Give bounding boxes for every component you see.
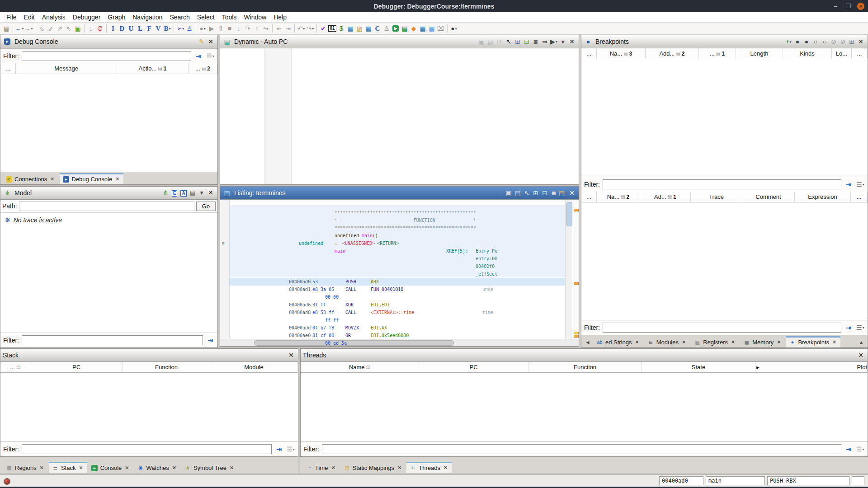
tab-close-icon[interactable]: ✕ xyxy=(79,465,83,471)
mark-b-icon[interactable]: B▾ xyxy=(163,24,172,33)
listing-header[interactable]: ▤ Listing: termmines ▣▤↖⊞⊟◙▤▾✕ xyxy=(220,187,579,200)
column-header-function[interactable]: Function xyxy=(528,362,642,372)
debug-launch-icon[interactable]: ➣▾ xyxy=(176,24,185,33)
filter-settings-icon[interactable]: ☰▾ xyxy=(856,323,865,332)
menu-search[interactable]: Search xyxy=(166,12,193,22)
tab-connections[interactable]: ✔Connections✕ xyxy=(2,173,59,184)
snapshot-table-icon[interactable]: ⊞ xyxy=(531,188,540,197)
disable-all-breakpoints-icon[interactable]: ○ xyxy=(820,37,829,46)
capture-icon[interactable]: ◙ xyxy=(549,188,558,197)
disable-breakpoint-icon[interactable]: ○ xyxy=(811,37,820,46)
console-c-icon[interactable]: C xyxy=(373,24,382,33)
column-header-function[interactable]: Function xyxy=(123,362,210,372)
paste-icon[interactable]: ▤ xyxy=(513,188,522,197)
pull-down-icon[interactable]: ↓ xyxy=(86,24,95,33)
interrupt-icon[interactable]: Ⅱ xyxy=(216,24,225,33)
person-icon[interactable]: ♙ xyxy=(382,24,391,33)
table-icon-3[interactable]: ▦ xyxy=(418,24,427,33)
model-filter-input[interactable] xyxy=(22,335,203,345)
bookmark-marker[interactable] xyxy=(574,209,579,211)
threads-table-body[interactable] xyxy=(301,373,868,441)
tab-registers[interactable]: ▥Registers✕ xyxy=(691,336,739,347)
column-header-lo[interactable]: Lo... xyxy=(832,48,852,59)
close-icon[interactable]: ✕ xyxy=(287,351,296,360)
tab-close-icon[interactable]: ✕ xyxy=(731,339,735,345)
add-breakpoint-icon[interactable]: +▾ xyxy=(784,37,793,46)
run-script-icon[interactable]: ▶ xyxy=(391,24,400,33)
column-header-na[interactable]: Na...▤2 xyxy=(597,192,640,202)
menu-select[interactable]: Select xyxy=(193,12,218,22)
column-header-ad[interactable]: Ad...▤1 xyxy=(640,192,691,202)
collapse-function-icon[interactable]: ⊟ xyxy=(222,241,224,245)
kill-icon[interactable]: ■ xyxy=(225,24,234,33)
listing-vertical-scrollbar[interactable] xyxy=(565,200,572,339)
close-icon[interactable]: ✕ xyxy=(206,37,215,46)
scrollbar-thumb[interactable] xyxy=(566,202,572,226)
dynamic-header[interactable]: ▤ Dynamic - Auto PC ▣▤⟳↖⊞⊟◙⇒▶▾▾✕ xyxy=(220,35,579,48)
mark-i-icon[interactable]: I xyxy=(108,24,118,33)
column-header-pc[interactable]: PC xyxy=(419,362,528,372)
listing-body[interactable]: ⊟ **************************************… xyxy=(220,200,579,346)
back-icon[interactable]: ←▾ xyxy=(15,24,24,33)
close-icon[interactable]: ✕ xyxy=(856,351,865,360)
tab-close-icon[interactable]: ✕ xyxy=(443,465,448,471)
menu-caret-icon[interactable]: ▾ xyxy=(197,188,206,197)
resume-icon[interactable]: ▶ xyxy=(207,24,216,33)
tab-regions[interactable]: ▩Regions✕ xyxy=(3,462,48,473)
nav-in-alt-icon[interactable]: ⇖ xyxy=(64,24,73,33)
column-header-expression[interactable]: Expression xyxy=(795,192,851,202)
column-header-plot[interactable]: ►Plot xyxy=(755,362,868,372)
binary-icon[interactable]: 01 xyxy=(328,24,337,33)
threads-header[interactable]: Threads ✕ xyxy=(301,349,868,362)
tab-overflow-icon[interactable]: ▴ xyxy=(857,338,866,347)
tab-ed-strings[interactable]: abed Strings✕ xyxy=(593,336,643,347)
copy-icon[interactable]: ▣ xyxy=(504,188,513,197)
dynamic-body[interactable] xyxy=(220,48,579,184)
cursor-icon[interactable]: ↖ xyxy=(522,188,531,197)
menu-tools[interactable]: Tools xyxy=(218,12,241,22)
tab-memory[interactable]: ▦Memory✕ xyxy=(740,336,785,347)
menu-debugger[interactable]: Debugger xyxy=(69,12,104,22)
tab-close-icon[interactable]: ✕ xyxy=(50,176,54,182)
tab-static-mappings[interactable]: ▤Static Mappings✕ xyxy=(340,462,406,473)
tab-threads[interactable]: ≋Threads✕ xyxy=(406,462,452,473)
debug-console-filter-input[interactable] xyxy=(22,51,191,61)
clear-console-icon[interactable]: ✎ xyxy=(197,37,206,46)
clear-filter-icon[interactable]: ⇥ xyxy=(206,336,215,345)
bookmark-marker[interactable] xyxy=(574,335,579,338)
menu-graph[interactable]: Graph xyxy=(104,12,129,22)
close-icon[interactable]: ✕ xyxy=(567,188,576,197)
tab-close-icon[interactable]: ✕ xyxy=(172,465,176,471)
tab-close-icon[interactable]: ✕ xyxy=(331,465,335,471)
tab-scroll-left-icon[interactable]: ◂ xyxy=(583,338,592,347)
clear-filter-icon[interactable]: ⇥ xyxy=(844,445,853,454)
auto-read-memory-icon[interactable]: ⊞ xyxy=(513,37,522,46)
archive-icon[interactable]: ▨ xyxy=(355,24,364,33)
tab-breakpoints[interactable]: ●Breakpoints✕ xyxy=(786,336,840,347)
bookmark-marker[interactable] xyxy=(574,282,579,285)
copy-icon[interactable]: ▣ xyxy=(477,37,486,46)
mark-u-icon[interactable]: U xyxy=(127,24,136,33)
breakpoints-header[interactable]: ● Breakpoints +▾●●○○⊘⊘⊞✕ xyxy=(581,35,868,48)
compare-icon[interactable]: ⊟ xyxy=(522,37,531,46)
clear-filter-icon[interactable]: ⇥ xyxy=(844,323,853,332)
close-icon[interactable]: ✕ xyxy=(856,37,865,46)
filter-settings-icon[interactable]: ☰▾ xyxy=(206,52,215,61)
model-header[interactable]: ⋔ Model ⋔EA▤▾✕ xyxy=(0,187,217,200)
table-icon-2[interactable]: ▦ xyxy=(364,24,373,33)
filter-settings-icon[interactable]: ☰▾ xyxy=(286,445,295,454)
show-elements-icon[interactable]: E xyxy=(170,189,179,198)
breakpoint-locations-filter-input[interactable] xyxy=(603,323,841,333)
clear-filter-icon[interactable]: ⇥ xyxy=(844,180,853,189)
enable-breakpoint-icon[interactable]: ● xyxy=(793,37,802,46)
capture-snapshot-icon[interactable]: ◙ xyxy=(531,37,540,46)
clear-filter-icon[interactable]: ⇥ xyxy=(194,52,203,61)
diamond-icon[interactable]: ◆ xyxy=(409,24,418,33)
maximize-button[interactable]: ❒ xyxy=(844,3,852,9)
format-icon[interactable]: ▤▾ xyxy=(558,188,567,197)
track-location-icon[interactable]: ▶▾ xyxy=(549,37,558,46)
debug-console-body[interactable] xyxy=(0,74,217,172)
goto-symbol-icon[interactable]: ▣ xyxy=(73,24,82,33)
column-header-name[interactable]: Name▤ xyxy=(301,362,419,372)
validate-icon[interactable]: ✔ xyxy=(319,24,328,33)
